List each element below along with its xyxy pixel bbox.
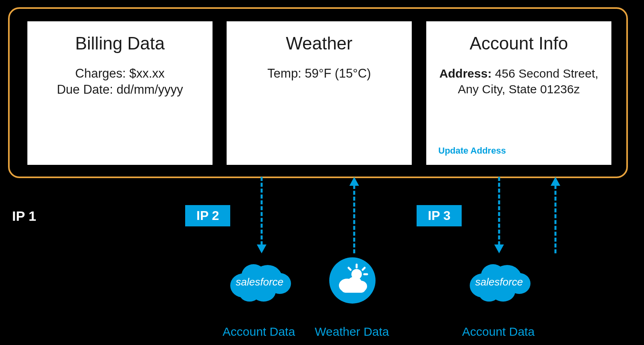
svg-line-12 [349, 268, 351, 270]
card-account-title: Account Info [437, 33, 601, 53]
svg-rect-16 [341, 285, 365, 293]
svg-point-5 [239, 285, 260, 302]
arrow-weather-up [350, 177, 358, 253]
ip2-chip: IP 2 [185, 205, 230, 226]
weather-temp: Temp: 59°F (15°C) [237, 66, 401, 82]
billing-charges: Charges: $xx.xx [38, 66, 202, 82]
card-weather: Weather Temp: 59°F (15°C) [225, 19, 414, 167]
card-account-body: Address: 456 Second Street, Any City, St… [437, 66, 601, 97]
svg-text:salesforce: salesforce [475, 276, 523, 288]
ip3-chip: IP 3 [417, 205, 462, 226]
ip1-label: IP 1 [12, 208, 36, 224]
source-account-data-2: Account Data [462, 325, 535, 339]
card-account-info: Account Info Address: 456 Second Street,… [424, 19, 613, 167]
source-weather-data: Weather Data [315, 325, 389, 339]
update-address-link[interactable]: Update Address [438, 146, 506, 156]
svg-line-10 [363, 268, 365, 270]
arrow-account-up [551, 177, 559, 253]
billing-due-date: Due Date: dd/mm/yyyy [38, 82, 202, 98]
card-billing-body: Charges: $xx.xx Due Date: dd/mm/yyyy [38, 66, 202, 98]
card-weather-title: Weather [237, 33, 401, 53]
arrow-weather-down [258, 177, 266, 253]
salesforce-cloud-icon-2: salesforce [465, 257, 533, 304]
weather-icon [329, 257, 376, 304]
card-billing-data: Billing Data Charges: $xx.xx Due Date: d… [25, 19, 215, 167]
card-billing-title: Billing Data [38, 33, 202, 53]
source-account-data-1: Account Data [223, 325, 295, 339]
account-address-label: Address: [439, 67, 491, 80]
arrow-account-down [495, 177, 503, 253]
salesforce-cloud-icon-1: salesforce [225, 257, 294, 304]
svg-point-22 [479, 285, 499, 302]
card-weather-body: Temp: 59°F (15°C) [237, 66, 401, 82]
svg-text:salesforce: salesforce [236, 276, 284, 288]
